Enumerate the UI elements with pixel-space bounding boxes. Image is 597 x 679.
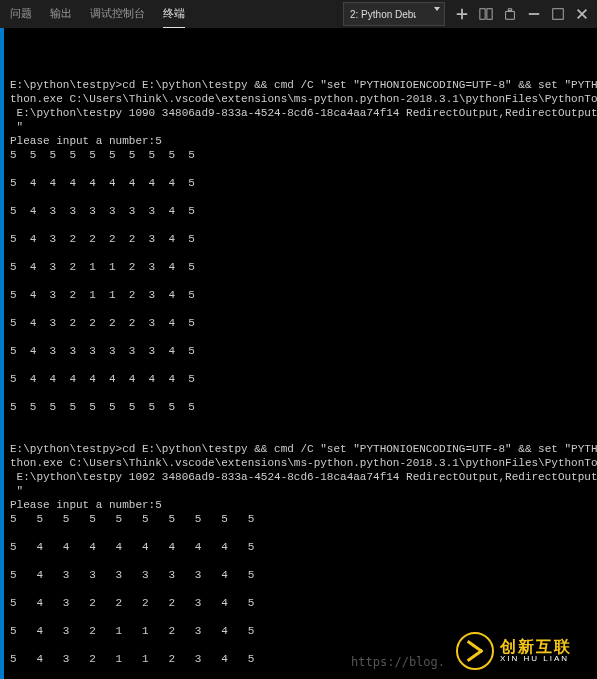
brand-logo-cn: 创新互联 [500, 638, 572, 656]
tab-terminal[interactable]: 终端 [163, 0, 185, 28]
brand-logo: 创新互联 XIN HU LIAN [450, 623, 597, 679]
panel-tabs: 问题 输出 调试控制台 终端 [10, 0, 343, 28]
brand-logo-icon [456, 632, 494, 670]
panel-tab-bar: 问题 输出 调试控制台 终端 2: Python Debเ [0, 0, 597, 29]
terminal-selector-label: 2: Python Debเ [350, 7, 416, 22]
svg-rect-1 [487, 9, 492, 20]
maximize-panel-icon[interactable] [551, 7, 565, 21]
svg-rect-2 [553, 9, 564, 20]
tab-output[interactable]: 输出 [50, 0, 72, 28]
kill-terminal-icon[interactable] [503, 7, 517, 21]
panel-up-icon[interactable] [527, 7, 541, 21]
close-panel-icon[interactable] [575, 7, 589, 21]
panel-tools: 2: Python Debเ [343, 2, 589, 26]
new-terminal-icon[interactable] [455, 7, 469, 21]
terminal-output: E:\python\testpy>cd E:\python\testpy && … [10, 64, 593, 679]
tab-problems[interactable]: 问题 [10, 0, 32, 28]
brand-logo-en: XIN HU LIAN [500, 655, 572, 664]
terminal-selector[interactable]: 2: Python Debเ [343, 2, 445, 26]
tab-debug-console[interactable]: 调试控制台 [90, 0, 145, 28]
svg-rect-0 [480, 9, 485, 20]
split-terminal-icon[interactable] [479, 7, 493, 21]
chevron-down-icon [434, 7, 440, 11]
terminal-view[interactable]: E:\python\testpy>cd E:\python\testpy && … [0, 28, 597, 679]
